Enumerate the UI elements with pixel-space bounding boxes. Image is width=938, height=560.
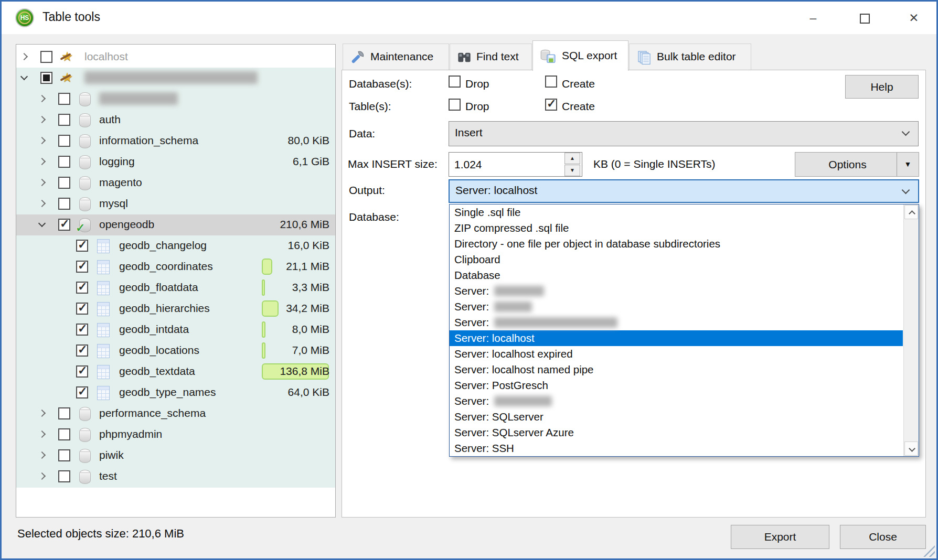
tables-create-checkbox[interactable] — [545, 99, 557, 111]
chevron-collapsed-icon[interactable] — [38, 137, 46, 144]
tree-row-geodb_textdata[interactable]: geodb_textdata136,8 MiB — [16, 361, 335, 382]
dropdown-option[interactable]: Single .sql file — [450, 204, 903, 220]
chevron-collapsed-icon[interactable] — [20, 53, 28, 60]
tree-checkbox[interactable] — [58, 428, 70, 440]
tree-row-redacted[interactable]: ★ — [16, 68, 335, 89]
tree-checkbox[interactable] — [58, 93, 70, 105]
window-title: Table tools — [42, 10, 100, 24]
tree-checkbox[interactable] — [40, 51, 52, 63]
tree-checkbox[interactable] — [76, 282, 88, 294]
tree-checkbox[interactable] — [76, 386, 88, 399]
tab-sql-export[interactable]: SQL export — [532, 40, 628, 71]
help-button[interactable]: Help — [845, 75, 919, 99]
tree-checkbox[interactable] — [58, 114, 70, 126]
tree-row-mysql[interactable]: mysql — [16, 193, 335, 214]
tree-checkbox[interactable] — [76, 365, 88, 378]
tree-row-phpmyadmin[interactable]: phpmyadmin — [16, 424, 335, 445]
tree-checkbox[interactable] — [58, 470, 70, 482]
tables-drop-checkbox[interactable] — [449, 99, 461, 111]
dropdown-option[interactable]: Server: PostGresch — [450, 378, 903, 393]
tree-row-geodb_hierarchies[interactable]: geodb_hierarchies34,2 MiB — [16, 298, 335, 319]
tab-find-text[interactable]: Find text — [450, 44, 532, 70]
tree-row-information_schema[interactable]: information_schema80,0 KiB — [16, 131, 335, 152]
tree-row-test[interactable]: test — [16, 466, 335, 487]
minimize-button[interactable]: – — [796, 2, 830, 34]
kb-hint: KB (0 = Single INSERTs) — [593, 158, 715, 170]
output-combobox[interactable]: Server: localhost — [449, 179, 919, 203]
tree-checkbox[interactable] — [76, 303, 88, 315]
tree-row-geodb_changelog[interactable]: geodb_changelog16,0 KiB — [16, 235, 335, 256]
tree-checkbox[interactable] — [76, 240, 88, 252]
chevron-collapsed-icon[interactable] — [38, 200, 46, 207]
dropdown-option[interactable]: Server: SQLserver Azure — [450, 425, 903, 440]
tree-row-redacted[interactable] — [16, 89, 335, 110]
dropdown-option[interactable]: Server: — [450, 315, 903, 330]
max-insert-size-input[interactable] — [449, 152, 582, 177]
spin-up-button[interactable]: ▲ — [564, 153, 580, 164]
tree-row-performance_schema[interactable]: performance_schema — [16, 403, 335, 424]
dropdown-option[interactable]: Server: localhost — [450, 330, 903, 346]
chevron-collapsed-icon[interactable] — [38, 179, 46, 186]
chevron-expanded-icon[interactable] — [38, 220, 46, 227]
tree-row-geodb_type_names[interactable]: geodb_type_names64,0 KiB — [16, 382, 335, 403]
dropdown-option[interactable]: Server: localhost named pipe — [450, 362, 903, 378]
scroll-up-button[interactable] — [904, 205, 918, 219]
tree-row-auth[interactable]: auth — [16, 110, 335, 131]
database-icon — [79, 197, 91, 211]
maximize-button[interactable] — [847, 2, 882, 34]
tree-row-geodb_locations[interactable]: geodb_locations7,0 MiB — [16, 340, 335, 361]
dropdown-option[interactable]: Directory - one file per object in datab… — [450, 236, 903, 252]
close-button[interactable]: Close — [840, 525, 926, 549]
dropdown-option[interactable]: Server: SSH — [450, 440, 903, 456]
tree-checkbox[interactable] — [58, 198, 70, 210]
tree-checkbox[interactable] — [58, 177, 70, 189]
dropdown-option[interactable]: Server: — [450, 283, 903, 299]
tab-maintenance[interactable]: Maintenance — [343, 44, 449, 70]
dropdown-option[interactable]: ZIP compressed .sql file — [450, 220, 903, 236]
tab-bulk-table-editor[interactable]: Bulk table editor — [629, 44, 751, 70]
spin-down-button[interactable]: ▼ — [564, 165, 580, 176]
tab-label: Bulk table editor — [657, 50, 736, 63]
databases-drop-checkbox[interactable] — [449, 76, 461, 88]
dropdown-option[interactable]: Database — [450, 267, 903, 283]
tree-row-logging[interactable]: logging6,1 GiB — [16, 152, 335, 173]
tree-checkbox[interactable] — [58, 219, 70, 231]
dropdown-option[interactable]: Clipboard — [450, 252, 903, 267]
chevron-collapsed-icon[interactable] — [38, 116, 46, 123]
tree-checkbox[interactable] — [76, 324, 88, 336]
tree-row-magento[interactable]: magento — [16, 173, 335, 193]
close-window-button[interactable]: ✕ — [897, 2, 931, 34]
chevron-collapsed-icon[interactable] — [38, 451, 46, 459]
tree-checkbox[interactable] — [58, 407, 70, 419]
tree-checkbox[interactable] — [58, 449, 70, 461]
chevron-collapsed-icon[interactable] — [38, 430, 46, 438]
chevron-collapsed-icon[interactable] — [38, 95, 46, 102]
tree-checkbox[interactable] — [58, 135, 70, 147]
dropdown-option[interactable]: Server: — [450, 299, 903, 315]
tree-row-geodb_coordinates[interactable]: geodb_coordinates21,1 MiB — [16, 256, 335, 277]
table-tools-window: HS Table tools – ✕ ★localhost★authinform… — [0, 0, 938, 560]
chevron-collapsed-icon[interactable] — [38, 158, 46, 165]
tree-row-geodb_floatdata[interactable]: geodb_floatdata3,3 MiB — [16, 277, 335, 298]
chevron-collapsed-icon[interactable] — [38, 472, 46, 480]
dropdown-scrollbar[interactable] — [903, 204, 919, 456]
tree-checkbox[interactable] — [40, 72, 52, 84]
tree-row-piwik[interactable]: piwik — [16, 445, 335, 466]
dropdown-option[interactable]: Server: SQLserver — [450, 409, 903, 425]
tree-checkbox[interactable] — [58, 156, 70, 168]
dropdown-option[interactable]: Server: localhost expired — [450, 346, 903, 362]
tree-row-opengeodb[interactable]: opengeodb210,6 MiB — [16, 214, 335, 235]
data-combobox[interactable]: Insert — [449, 121, 919, 146]
export-button[interactable]: Export — [731, 525, 829, 549]
chevron-collapsed-icon[interactable] — [38, 410, 46, 417]
chevron-expanded-icon[interactable] — [20, 73, 28, 80]
tree-row-geodb_intdata[interactable]: geodb_intdata8,0 MiB — [16, 319, 335, 340]
options-button[interactable]: Options ▼ — [795, 152, 919, 177]
dropdown-option[interactable]: Server: — [450, 393, 903, 409]
scroll-down-button[interactable] — [904, 441, 918, 456]
databases-create-checkbox[interactable] — [545, 76, 557, 88]
tree-checkbox[interactable] — [76, 261, 88, 273]
options-dropdown-arrow-icon[interactable]: ▼ — [897, 153, 919, 176]
tree-row-localhost[interactable]: ★localhost — [16, 47, 335, 68]
tree-checkbox[interactable] — [76, 344, 88, 357]
